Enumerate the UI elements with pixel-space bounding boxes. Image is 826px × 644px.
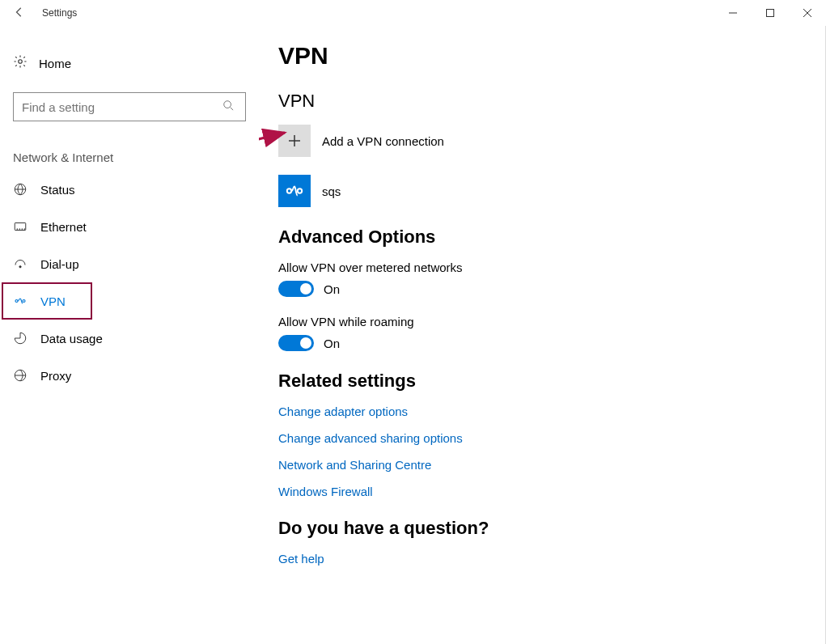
- sidebar-item-label: Ethernet: [40, 220, 87, 234]
- titlebar: Settings: [0, 0, 826, 26]
- svg-point-5: [224, 101, 231, 108]
- home-label: Home: [39, 57, 71, 70]
- link-windows-firewall[interactable]: Windows Firewall: [278, 485, 780, 498]
- datausage-icon: [13, 331, 40, 345]
- add-vpn-label: Add a VPN connection: [322, 134, 444, 148]
- search-icon: [222, 100, 239, 114]
- svg-point-15: [15, 300, 18, 303]
- add-vpn-button[interactable]: Add a VPN connection: [278, 125, 780, 157]
- maximize-button[interactable]: [752, 0, 789, 26]
- close-button[interactable]: [789, 0, 826, 26]
- svg-point-24: [298, 189, 302, 193]
- sidebar-category: Network & Internet: [13, 150, 259, 171]
- proxy-icon: [13, 368, 40, 383]
- svg-rect-9: [15, 223, 26, 231]
- sidebar-item-vpn[interactable]: VPN: [2, 282, 92, 320]
- sidebar-item-label: Proxy: [40, 369, 71, 383]
- question-header: Do you have a question?: [278, 518, 780, 539]
- sidebar-item-ethernet[interactable]: Ethernet: [13, 208, 256, 245]
- metered-state: On: [324, 282, 340, 296]
- dialup-icon: [13, 256, 40, 271]
- roaming-state: On: [324, 337, 340, 350]
- sidebar-item-proxy[interactable]: Proxy: [13, 357, 256, 394]
- vpn-connection-item[interactable]: sqs: [278, 175, 780, 207]
- sidebar-item-label: VPN: [40, 294, 66, 308]
- search-input[interactable]: [20, 100, 222, 115]
- search-box[interactable]: [13, 92, 246, 121]
- gear-icon: [13, 54, 39, 72]
- sidebar-item-dialup[interactable]: Dial-up: [13, 245, 256, 282]
- back-button[interactable]: [0, 6, 39, 20]
- page-title: VPN: [278, 42, 780, 70]
- advanced-options-header: Advanced Options: [278, 227, 780, 248]
- related-settings-header: Related settings: [278, 371, 780, 392]
- svg-point-16: [23, 300, 25, 303]
- sidebar-item-label: Data usage: [40, 332, 103, 345]
- sidebar-item-status[interactable]: Status: [13, 171, 256, 208]
- sidebar-item-label: Status: [40, 183, 75, 197]
- link-adapter-options[interactable]: Change adapter options: [278, 405, 780, 418]
- main-content: VPN VPN Add a VPN connection sqs Adva: [259, 26, 826, 644]
- link-get-help[interactable]: Get help: [278, 552, 780, 566]
- minimize-button[interactable]: [714, 0, 752, 26]
- vpn-connection-icon: [278, 175, 311, 207]
- svg-point-4: [19, 60, 23, 64]
- status-icon: [13, 182, 40, 197]
- link-sharing-options[interactable]: Change advanced sharing options: [278, 431, 780, 445]
- metered-label: Allow VPN over metered networks: [278, 261, 780, 274]
- window-title: Settings: [39, 7, 77, 19]
- vpn-icon: [13, 294, 40, 308]
- sidebar-item-label: Dial-up: [40, 257, 79, 271]
- link-network-centre[interactable]: Network and Sharing Centre: [278, 458, 780, 472]
- roaming-toggle[interactable]: [278, 335, 314, 351]
- sidebar: Home Network & Internet Status: [0, 26, 259, 644]
- roaming-label: Allow VPN while roaming: [278, 315, 780, 328]
- vpn-connection-name: sqs: [322, 184, 341, 198]
- sidebar-item-datausage[interactable]: Data usage: [13, 320, 256, 357]
- vpn-section-header: VPN: [278, 91, 780, 112]
- ethernet-icon: [13, 219, 40, 234]
- plus-icon: [278, 125, 311, 157]
- svg-rect-1: [767, 10, 774, 17]
- svg-point-23: [287, 189, 291, 193]
- metered-toggle[interactable]: [278, 281, 314, 297]
- home-button[interactable]: Home: [13, 45, 259, 81]
- svg-point-14: [19, 266, 21, 268]
- svg-line-6: [231, 108, 234, 111]
